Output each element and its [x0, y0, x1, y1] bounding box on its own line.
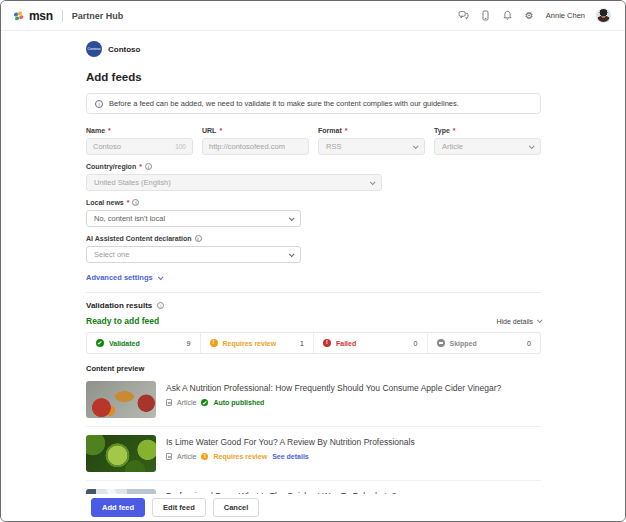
content-preview-item: Ask A Nutrition Professional: How Freque…: [86, 373, 541, 426]
local-news-field-group: Local news* i No, content isn't local: [86, 199, 301, 227]
url-field-group: URL* http://contosofeed.com: [202, 127, 309, 155]
format-label: Format*: [318, 127, 425, 134]
advanced-settings-link[interactable]: Advanced settings: [86, 273, 162, 282]
add-feed-button[interactable]: Add feed: [91, 498, 145, 517]
stat-count: 0: [414, 340, 418, 347]
hide-details-toggle[interactable]: Hide details: [496, 318, 541, 325]
country-field-group: Country/region* i United States (English…: [86, 163, 382, 191]
stat-requires-review: ! Requires review 1: [200, 333, 314, 353]
url-label-text: URL: [202, 127, 216, 134]
url-input-value: http://contosofeed.com: [209, 142, 285, 151]
required-mark: *: [108, 127, 111, 134]
country-label-text: Country/region: [86, 163, 136, 170]
name-input: Contoso 100: [86, 138, 193, 155]
stat-count: 1: [300, 340, 304, 347]
article-thumbnail: [86, 381, 156, 418]
ai-declaration-select-value: Select one: [94, 250, 129, 259]
country-label: Country/region* i: [86, 163, 382, 170]
local-news-select[interactable]: No, content isn't local: [86, 210, 301, 227]
main-area: Contoso Contoso Add feeds i Before a fee…: [1, 31, 625, 496]
see-details-link[interactable]: See details: [272, 453, 309, 460]
hide-details-label: Hide details: [496, 318, 533, 325]
article-thumbnail: [86, 435, 156, 472]
local-news-select-value: No, content isn't local: [94, 214, 165, 223]
brand-name: msn: [29, 9, 53, 23]
article-type: Article: [177, 399, 196, 406]
name-label: Name*: [86, 127, 193, 134]
msn-butterfly-icon: [13, 10, 24, 21]
local-news-label-text: Local news: [86, 199, 124, 206]
type-select: Article: [434, 138, 541, 155]
required-mark: *: [127, 199, 130, 206]
user-name: Annie Chen: [546, 11, 585, 20]
article-icon: [166, 399, 172, 406]
org-name: Contoso: [108, 45, 140, 54]
info-banner-text: Before a feed can be added, we need to v…: [109, 99, 459, 108]
type-select-value: Article: [442, 142, 463, 151]
format-select: RSS: [318, 138, 425, 155]
app-window: msn Partner Hub: [0, 0, 626, 522]
type-label: Type*: [434, 127, 541, 134]
skipped-circle-icon: [437, 339, 445, 347]
warning-circle-icon: !: [201, 453, 208, 460]
stat-label: Skipped: [450, 340, 523, 347]
footer-action-bar: Add feed Edit feed Cancel: [1, 494, 625, 521]
info-banner: i Before a feed can be added, we need to…: [86, 93, 541, 114]
required-mark: *: [345, 127, 348, 134]
stat-count: 0: [527, 340, 531, 347]
info-icon: i: [132, 199, 139, 206]
chevron-down-icon: [289, 251, 295, 257]
validation-section: Validation results i Ready to add feed H…: [86, 292, 541, 496]
app-title: Partner Hub: [72, 11, 124, 21]
warning-circle-icon: !: [210, 339, 218, 347]
stat-label: Validated: [109, 340, 182, 347]
country-select-value: United States (English): [94, 178, 171, 187]
validation-stats: Validated 9 ! Requires review 1 ! Failed…: [86, 332, 541, 354]
chevron-down-icon: [537, 317, 543, 323]
check-circle-icon: [96, 339, 104, 347]
stat-label: Failed: [336, 340, 409, 347]
chevron-down-icon: [413, 143, 419, 149]
ai-declaration-label: AI Assisted Content declaration i: [86, 235, 301, 242]
name-label-text: Name: [86, 127, 105, 134]
format-field-group: Format* RSS: [318, 127, 425, 155]
content-preview-item: Is Lime Water Good For You? A Review By …: [86, 426, 541, 480]
chevron-down-icon: [289, 215, 295, 221]
advanced-settings-label: Advanced settings: [86, 273, 153, 282]
device-icon[interactable]: [480, 10, 491, 21]
edit-feed-button[interactable]: Edit feed: [152, 498, 206, 517]
stat-skipped: Skipped 0: [427, 333, 541, 353]
org-avatar: Contoso: [86, 41, 102, 57]
stat-count: 9: [187, 340, 191, 347]
org-avatar-text: Contoso: [87, 47, 100, 51]
stat-label: Requires review: [223, 340, 296, 347]
article-type: Article: [177, 453, 196, 460]
top-bar-actions: ⚙ Annie Chen: [458, 8, 611, 23]
cancel-button[interactable]: Cancel: [213, 498, 260, 517]
article-status: Auto published: [213, 399, 264, 406]
format-select-value: RSS: [326, 142, 341, 151]
feed-fields-row: Name* Contoso 100 URL* http://contosofee…: [86, 127, 541, 155]
name-char-counter: 100: [175, 143, 186, 150]
validation-status: Ready to add feed: [86, 316, 159, 326]
stat-validated: Validated 9: [87, 333, 200, 353]
ai-declaration-field-group: AI Assisted Content declaration i Select…: [86, 235, 301, 263]
url-input: http://contosofeed.com: [202, 138, 309, 155]
page-title: Add feeds: [86, 71, 541, 83]
format-label-text: Format: [318, 127, 342, 134]
bell-icon[interactable]: [502, 10, 513, 21]
info-icon: i: [195, 235, 202, 242]
content-preview-title: Content preview: [86, 364, 541, 373]
ai-declaration-label-text: AI Assisted Content declaration: [86, 235, 192, 242]
ai-declaration-select[interactable]: Select one: [86, 246, 301, 263]
chevron-down-icon: [529, 143, 535, 149]
local-news-label: Local news* i: [86, 199, 301, 206]
required-mark: *: [139, 163, 142, 170]
user-avatar[interactable]: [596, 8, 611, 23]
info-icon: i: [145, 163, 152, 170]
gear-icon[interactable]: ⚙: [524, 10, 535, 21]
brand-divider: [62, 10, 63, 22]
name-input-value: Contoso: [93, 142, 121, 151]
url-label: URL*: [202, 127, 309, 134]
feedback-icon[interactable]: [458, 10, 469, 21]
